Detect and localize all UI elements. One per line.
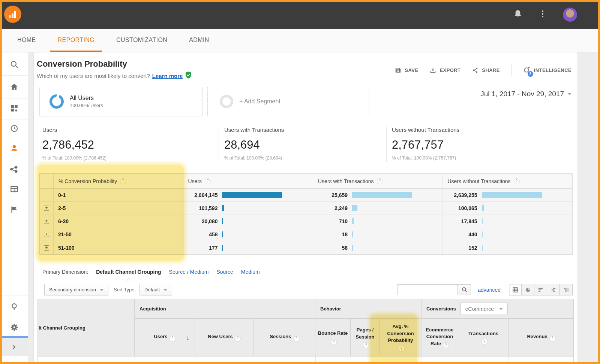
with-value: 25,659 xyxy=(313,192,348,198)
conversion-probability-table: % Conversion Probability ? Users ? Users… xyxy=(39,173,573,255)
sidebar-collapse-button[interactable] xyxy=(0,338,28,356)
with-value: 710 xyxy=(313,218,348,224)
scorecard-value: 28,694 xyxy=(224,138,284,152)
advanced-search-link[interactable]: advanced xyxy=(478,287,501,293)
segment-title: All Users xyxy=(70,95,103,101)
col-header-revenue[interactable]: Revenue? xyxy=(509,319,573,356)
prob-table-row: +21-5045818440 xyxy=(40,228,572,241)
col-header-ecommerce-conversion-rate[interactable]: Ecommerce Conversion Rate? xyxy=(422,319,458,356)
col-header-sessions[interactable]: Sessions? xyxy=(254,319,315,356)
scorecard-pct: % of Total: 100.00% (2,767,757) xyxy=(392,155,459,161)
with-value-cell: 710 xyxy=(313,215,442,228)
users-bar xyxy=(222,231,223,237)
behavior-window-icon[interactable] xyxy=(9,184,19,194)
intelligence-button[interactable]: 3 INTELLIGENCE xyxy=(523,66,572,75)
dimension-default-channel-grouping[interactable]: Default Channel Grouping xyxy=(96,269,161,275)
add-segment-button[interactable]: + Add Segment xyxy=(207,87,369,116)
expand-row-button[interactable]: + xyxy=(44,219,49,224)
bucket-label: 21-50 xyxy=(58,231,72,237)
help-icon[interactable]: ? xyxy=(205,178,211,184)
conversions-type-dropdown[interactable]: eCommerce xyxy=(460,303,508,315)
scorecard-divider xyxy=(386,127,387,162)
sort-descending-arrow-icon[interactable]: ↓ xyxy=(186,334,190,343)
col-header-users-with-transactions: Users with Transactions xyxy=(318,178,374,184)
tab-reporting[interactable]: REPORTING xyxy=(50,29,102,52)
expand-row-button[interactable]: + xyxy=(44,206,49,211)
realtime-clock-icon[interactable] xyxy=(9,124,19,133)
without-bar xyxy=(482,192,542,198)
admin-gear-icon[interactable] xyxy=(9,322,19,332)
sort-type-dropdown[interactable]: Default xyxy=(140,284,172,295)
without-value-cell: 17,845 xyxy=(442,215,573,228)
sort-type-value: Default xyxy=(144,287,160,292)
row-header-label: lt Channel Grouping xyxy=(39,325,86,331)
comparison-view-icon[interactable] xyxy=(547,284,560,295)
dimension-medium[interactable]: Medium xyxy=(241,269,260,275)
tab-admin[interactable]: ADMIN xyxy=(182,29,217,52)
users-bar xyxy=(222,218,223,224)
notifications-bell-icon[interactable] xyxy=(513,9,523,20)
expand-row-button[interactable]: + xyxy=(44,245,49,251)
dashboards-grid-plus-icon[interactable] xyxy=(9,103,19,113)
with-value: 2,249 xyxy=(313,205,348,211)
user-avatar[interactable] xyxy=(562,7,578,22)
percentage-pie-view-icon[interactable] xyxy=(522,284,534,295)
learn-more-link[interactable]: Learn more xyxy=(152,73,183,79)
empty-donut-icon xyxy=(220,95,233,108)
help-icon[interactable]: ? xyxy=(120,178,126,184)
without-bar xyxy=(482,231,483,237)
col-header-bounce-rate[interactable]: Bounce Rate? xyxy=(315,319,351,356)
segment-subtitle: 100.00% Users xyxy=(70,103,103,108)
row-header-channel-grouping[interactable]: lt Channel Grouping xyxy=(38,299,135,356)
col-header-new-users[interactable]: New Users? xyxy=(195,319,254,356)
col-header-users[interactable]: Users? ↓ xyxy=(135,319,195,356)
discover-lightbulb-icon[interactable] xyxy=(9,302,19,312)
audience-person-icon[interactable] xyxy=(9,143,19,153)
save-button[interactable]: SAVE xyxy=(394,67,418,74)
tab-customization[interactable]: CUSTOMIZATION xyxy=(109,29,175,52)
performance-bars-view-icon[interactable] xyxy=(534,284,547,295)
without-bar xyxy=(482,205,484,211)
top-app-bar xyxy=(0,0,600,29)
with-value-cell: 58 xyxy=(313,241,442,254)
chevron-down-icon xyxy=(499,308,503,310)
report-actions: SAVE EXPORT SHARE 3 INTELLIGENCE xyxy=(394,64,572,76)
pivot-view-icon[interactable] xyxy=(560,284,573,295)
date-range-selector[interactable]: Jul 1, 2017 - Nov 29, 2017 xyxy=(479,88,573,102)
bucket-cell: 0-1 xyxy=(53,189,183,201)
home-icon[interactable] xyxy=(9,82,19,92)
users-value-cell: 177 xyxy=(183,241,313,254)
acquisition-branch-icon[interactable] xyxy=(9,164,19,174)
users-bar xyxy=(222,205,224,211)
secondary-dimension-label: Secondary dimension xyxy=(49,287,96,292)
scorecard-divider xyxy=(219,127,219,162)
share-button[interactable]: SHARE xyxy=(472,67,500,74)
segment-all-users[interactable]: All Users 100.00% Users xyxy=(39,87,202,116)
scorecard-value: 2,786,452 xyxy=(42,138,106,152)
table-search-button[interactable] xyxy=(458,284,471,295)
col-header-pages-session[interactable]: Pages / Session? xyxy=(351,319,380,356)
secondary-dimension-button[interactable]: Secondary dimension xyxy=(44,284,108,295)
expand-row-button[interactable]: + xyxy=(44,232,49,237)
dimension-source[interactable]: Source xyxy=(216,269,233,275)
sort-type-label: Sort Type: xyxy=(114,287,136,292)
col-header-transactions[interactable]: Transactions? xyxy=(458,319,509,356)
table-row xyxy=(38,356,573,364)
data-view-grid-icon[interactable] xyxy=(509,284,522,295)
export-button[interactable]: EXPORT xyxy=(429,67,460,74)
page-title: Conversion Probability xyxy=(37,59,127,69)
help-icon[interactable]: ? xyxy=(514,178,520,184)
main-nav: HOME REPORTING CUSTOMIZATION ADMIN xyxy=(0,29,600,52)
help-icon[interactable]: ? xyxy=(377,178,383,184)
search-icon[interactable] xyxy=(9,60,19,69)
analytics-logo-icon[interactable] xyxy=(4,6,21,23)
col-header-avg-conversion-probability[interactable]: Avg. % Conversion Probability? xyxy=(380,319,422,356)
prob-table-row: +6-2020,08071017,845 xyxy=(40,215,572,228)
table-search-input[interactable] xyxy=(398,284,458,295)
prob-table-header: % Conversion Probability ? Users ? Users… xyxy=(40,174,572,189)
kebab-menu-icon[interactable] xyxy=(538,9,548,20)
conversions-flag-icon[interactable] xyxy=(9,205,19,215)
without-value-cell: 440 xyxy=(442,228,573,241)
tab-home[interactable]: HOME xyxy=(17,29,44,52)
dimension-source-medium[interactable]: Source / Medium xyxy=(169,269,209,275)
